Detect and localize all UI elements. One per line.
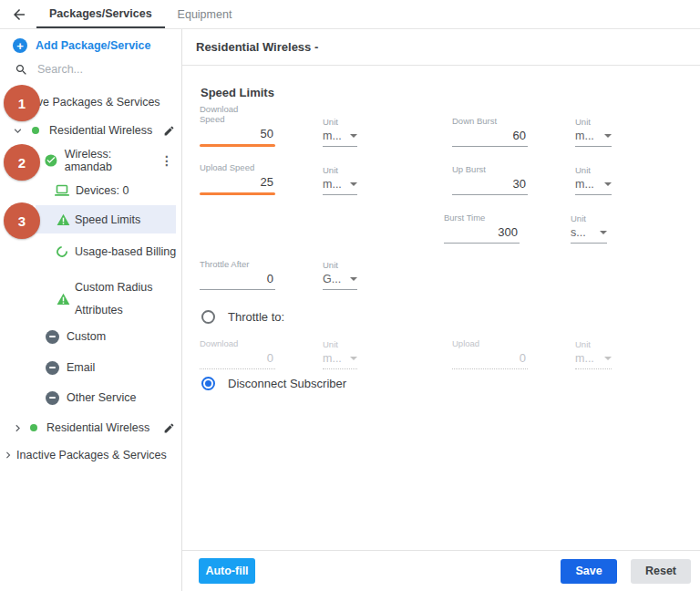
sidebar-item-residential-wireless-2[interactable]: Residential Wireless — [11, 420, 175, 436]
tab-label: Packages/Services — [49, 7, 152, 20]
burst-time-input[interactable] — [444, 225, 520, 243]
disabled-minus-circle-icon — [46, 391, 59, 405]
field-underline — [452, 194, 528, 195]
more-options-icon[interactable]: ⋮ — [160, 153, 173, 168]
up-burst-input[interactable] — [452, 177, 528, 194]
devices-icon — [55, 184, 69, 197]
arrow-left-icon — [11, 6, 27, 23]
page-title: Residential Wireless - — [196, 40, 318, 54]
sidebar-item-custom-radius[interactable]: Custom Radius Attributes — [57, 275, 170, 323]
field-underline — [200, 368, 275, 369]
field-label: Up Burst — [452, 164, 528, 174]
search-input[interactable] — [37, 63, 147, 76]
email-label: Email — [67, 361, 95, 374]
main-header: Residential Wireless - — [182, 29, 700, 66]
sidebar-item-other-service[interactable]: Other Service — [46, 389, 136, 406]
tab-packages-services[interactable]: Packages/Services — [36, 0, 165, 28]
throttle-after-field: Throttle After — [200, 259, 275, 290]
sidebar-item-speed-limits[interactable]: Speed Limits — [36, 205, 176, 233]
sidebar-item-residential-wireless-1[interactable]: Residential Wireless — [11, 122, 175, 139]
unit-value: m... — [323, 130, 342, 142]
unit-select[interactable]: G... — [323, 273, 357, 289]
down-burst-unit-field: Unit m... — [575, 117, 612, 147]
upload-speed-field: Upload Speed — [200, 162, 275, 195]
back-button[interactable] — [5, 0, 33, 28]
unit-label: Unit — [323, 165, 357, 175]
unit-value: m... — [575, 352, 594, 365]
unit-label: Unit — [575, 339, 612, 349]
unit-select[interactable]: m... — [575, 178, 612, 194]
throttle-upload-input — [452, 351, 528, 368]
edit-pencil-icon[interactable] — [163, 125, 175, 137]
unit-label: Unit — [571, 213, 607, 223]
edit-pencil-icon[interactable] — [163, 422, 175, 434]
packages-sidebar: + Add Package/Service Active Packages & … — [0, 29, 182, 591]
unit-value: s... — [571, 226, 586, 239]
unit-label: Unit — [575, 117, 612, 127]
annotation-badge-2: 2 — [4, 144, 40, 181]
annotation-badge-3: 3 — [4, 202, 40, 239]
usage-billing-label: Usage-based Billing — [75, 245, 176, 258]
devices-label: Devices: 0 — [76, 184, 129, 197]
search-icon — [15, 63, 28, 77]
throttle-upload-unit-field: Unit m... — [575, 339, 612, 369]
throttle-to-option: Throttle to: — [201, 310, 284, 324]
field-underline — [323, 146, 357, 147]
throttle-to-label: Throttle to: — [228, 310, 284, 324]
package-label: Residential Wireless — [49, 124, 152, 137]
section-title: Speed Limits — [201, 86, 274, 99]
field-underline — [575, 194, 612, 195]
dropdown-arrow-icon — [604, 182, 612, 186]
field-underline — [444, 243, 520, 244]
unit-label: Unit — [323, 339, 357, 349]
speed-limits-label: Speed Limits — [75, 213, 140, 226]
form-row-2: Upload Speed Unit m... Up Burst — [182, 162, 700, 195]
sidebar-item-usage-billing[interactable]: Usage-based Billing — [57, 244, 176, 260]
form-row-4: Throttle After Unit G... — [182, 259, 700, 290]
unit-value: m... — [575, 178, 594, 191]
speed-limits-form: Speed Limits Download Speed Unit m... D — [182, 66, 700, 550]
inactive-packages-section-header[interactable]: Inactive Packages & Services — [2, 447, 167, 463]
down-burst-field: Down Burst — [452, 116, 528, 147]
upload-speed-input[interactable] — [200, 175, 275, 192]
field-label: Throttle After — [200, 259, 275, 269]
warning-triangle-icon — [57, 213, 70, 226]
upload-speed-unit-field: Unit m... — [323, 165, 357, 195]
field-underline — [200, 144, 275, 147]
status-dot-icon — [30, 424, 37, 431]
field-underline — [323, 194, 357, 195]
sidebar-item-devices[interactable]: Devices: 0 — [55, 182, 129, 199]
field-underline — [575, 368, 612, 369]
save-button[interactable]: Save — [561, 559, 617, 584]
throttle-to-radio[interactable] — [201, 310, 215, 324]
throttle-after-input[interactable] — [200, 272, 275, 289]
unit-select: m... — [575, 352, 612, 368]
unit-select[interactable]: m... — [323, 130, 357, 146]
field-label: Download — [200, 338, 275, 348]
download-speed-input[interactable] — [200, 127, 275, 144]
field-underline — [323, 289, 357, 290]
annotation-badge-1: 1 — [4, 85, 40, 121]
service-label: Wireless: amandab — [65, 148, 160, 173]
add-package-service-button[interactable]: + Add Package/Service — [13, 37, 150, 54]
unit-select[interactable]: s... — [571, 226, 607, 243]
unit-value: m... — [323, 178, 342, 191]
field-underline — [323, 368, 357, 369]
download-speed-field: Download Speed — [200, 104, 275, 147]
dropdown-arrow-icon — [600, 231, 607, 234]
package-label: Residential Wireless — [46, 421, 149, 434]
reset-button[interactable]: Reset — [631, 559, 691, 584]
sidebar-item-wireless-amandab[interactable]: Wireless: amandab ⋮ — [44, 152, 173, 169]
download-speed-unit-field: Unit m... — [323, 117, 357, 147]
tab-equipment[interactable]: Equipment — [165, 0, 245, 28]
section-header-label: Inactive Packages & Services — [16, 449, 167, 461]
unit-select[interactable]: m... — [575, 130, 612, 146]
sidebar-item-custom[interactable]: Custom — [46, 328, 106, 345]
unit-select[interactable]: m... — [323, 178, 357, 194]
down-burst-input[interactable] — [452, 129, 528, 146]
throttle-download-field: Download — [200, 338, 275, 369]
autofill-button[interactable]: Auto-fill — [199, 558, 255, 584]
disconnect-subscriber-radio[interactable] — [201, 377, 215, 390]
burst-time-field: Burst Time — [444, 213, 520, 244]
sidebar-item-email[interactable]: Email — [46, 359, 95, 376]
